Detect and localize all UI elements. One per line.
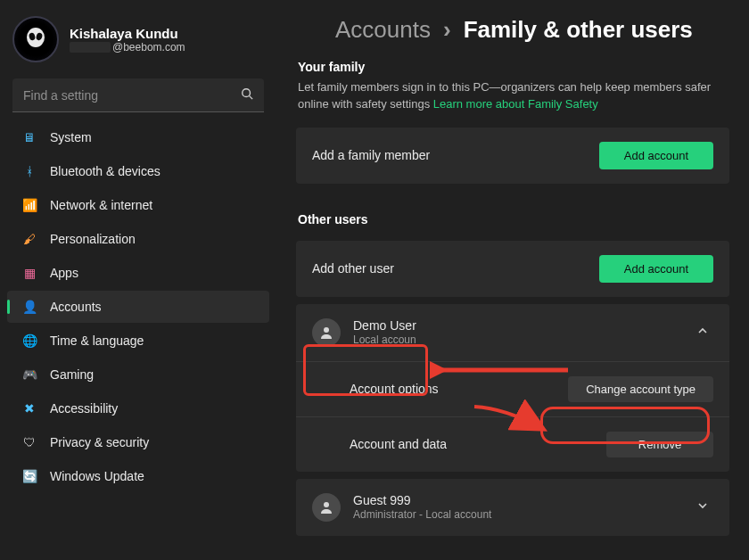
profile-email: @beebom.com [70, 41, 185, 54]
add-other-label: Add other user [312, 261, 587, 276]
accessibility-icon: ✖ [21, 401, 37, 416]
sidebar-item-label: Windows Update [50, 469, 144, 483]
svg-point-6 [324, 502, 329, 507]
sidebar-nav: 🖥SystemᚼBluetooth & devices📶Network & in… [7, 121, 269, 492]
privacy-icon: 🛡 [21, 435, 37, 449]
sidebar-item-system[interactable]: 🖥System [7, 121, 269, 153]
sidebar-item-label: Network & internet [50, 198, 152, 212]
sidebar-item-apps[interactable]: ▦Apps [7, 257, 269, 289]
chevron-down-icon[interactable] [692, 500, 713, 514]
sidebar-item-time[interactable]: 🌐Time & language [7, 325, 269, 357]
account-data-label: Account and data [350, 437, 594, 451]
person-icon [312, 493, 341, 522]
section-title-family: Your family [298, 60, 729, 74]
chevron-up-icon[interactable] [692, 325, 713, 339]
sidebar-item-label: Personalization [50, 232, 136, 246]
user-header-demo[interactable]: Demo User Local accoun [296, 304, 729, 361]
section-title-other: Other users [298, 212, 729, 226]
card-user-guest: Guest 999 Administrator - Local account [296, 479, 729, 536]
search-box[interactable] [12, 78, 264, 112]
user-name: Guest 999 [353, 493, 679, 507]
sidebar-item-label: Gaming [50, 367, 94, 382]
personalization-icon: 🖌 [21, 232, 37, 246]
sidebar-item-gaming[interactable]: 🎮Gaming [7, 358, 269, 391]
sidebar-item-label: Privacy & security [50, 435, 149, 449]
sidebar-item-accessibility[interactable]: ✖Accessibility [7, 392, 269, 424]
row-account-options: Account options Change account type [296, 361, 729, 416]
sidebar: Kishalaya Kundu @beebom.com 🖥SystemᚼBlue… [0, 0, 276, 560]
sidebar-item-update[interactable]: 🔄Windows Update [7, 460, 269, 492]
profile-name: Kishalaya Kundu [70, 26, 185, 41]
user-subtitle: Local accoun [353, 334, 679, 346]
sidebar-item-privacy[interactable]: 🛡Privacy & security [7, 426, 269, 458]
email-redacted [70, 42, 111, 53]
update-icon: 🔄 [21, 469, 37, 483]
svg-point-3 [243, 89, 251, 97]
bluetooth-icon: ᚼ [21, 164, 37, 178]
chevron-right-icon: › [443, 16, 451, 44]
gaming-icon: 🎮 [21, 367, 37, 382]
sidebar-item-label: Accounts [50, 300, 102, 314]
profile-header[interactable]: Kishalaya Kundu @beebom.com [7, 11, 269, 78]
card-add-family: Add a family member Add account [296, 128, 729, 184]
sidebar-item-network[interactable]: 📶Network & internet [7, 189, 269, 221]
change-account-type-button[interactable]: Change account type [568, 376, 713, 402]
sidebar-item-personalization[interactable]: 🖌Personalization [7, 223, 269, 255]
sidebar-item-label: Time & language [50, 334, 144, 348]
user-name: Demo User [353, 318, 679, 333]
sidebar-item-accounts[interactable]: 👤Accounts [7, 291, 269, 323]
sidebar-item-label: System [50, 130, 92, 144]
alien-avatar-icon [22, 26, 49, 53]
card-add-other: Add other user Add account [296, 241, 729, 297]
svg-point-5 [324, 327, 329, 333]
person-icon [312, 318, 341, 347]
row-account-data: Account and data Remove [296, 416, 729, 472]
accounts-icon: 👤 [21, 300, 37, 314]
user-subtitle: Administrator - Local account [353, 508, 679, 521]
search-input[interactable] [23, 88, 241, 103]
user-header-guest[interactable]: Guest 999 Administrator - Local account [296, 479, 729, 536]
sidebar-item-label: Accessibility [50, 401, 118, 416]
add-other-account-button[interactable]: Add account [599, 255, 713, 283]
account-options-label: Account options [350, 382, 556, 396]
system-icon: 🖥 [21, 130, 37, 144]
network-icon: 📶 [21, 198, 37, 212]
breadcrumb-parent[interactable]: Accounts [335, 16, 431, 44]
sidebar-item-label: Bluetooth & devices [50, 164, 160, 178]
add-family-label: Add a family member [312, 148, 587, 162]
time-icon: 🌐 [21, 334, 37, 348]
breadcrumb-current: Family & other users [464, 16, 693, 44]
card-user-demo: Demo User Local accoun Account options C… [296, 304, 729, 472]
avatar [12, 16, 59, 62]
breadcrumb: Accounts › Family & other users [296, 16, 729, 44]
sidebar-item-label: Apps [50, 266, 78, 280]
section-desc-family: Let family members sign in to this PC—or… [296, 79, 729, 113]
remove-account-button[interactable]: Remove [606, 432, 713, 457]
sidebar-item-bluetooth[interactable]: ᚼBluetooth & devices [7, 155, 269, 187]
search-icon [241, 87, 253, 103]
add-family-account-button[interactable]: Add account [599, 142, 713, 169]
svg-line-4 [250, 96, 253, 100]
apps-icon: ▦ [21, 266, 37, 280]
family-safety-link[interactable]: Learn more about Family Safety [433, 97, 598, 111]
main-panel: Accounts › Family & other users Your fam… [276, 0, 749, 560]
